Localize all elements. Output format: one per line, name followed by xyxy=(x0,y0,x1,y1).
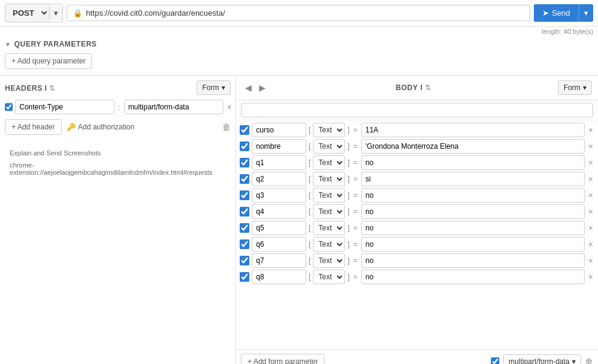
method-select-group: POST ▾ xyxy=(5,4,63,22)
body-row-key[interactable] xyxy=(252,172,306,186)
multipart-button[interactable]: multipart/form-data ▾ xyxy=(503,354,581,364)
body-row: [ TextFile ] = × xyxy=(240,188,594,203)
header-row-content-type: : × xyxy=(5,100,231,114)
body-row-value[interactable] xyxy=(361,172,585,186)
extension-url[interactable]: chrome-extension://aejoelaojgembcahagimd… xyxy=(5,159,231,178)
method-select[interactable]: POST xyxy=(5,4,49,22)
body-row-type[interactable]: TextFile xyxy=(313,172,345,186)
remove-body-row-button[interactable]: × xyxy=(587,239,594,249)
add-header-button[interactable]: + Add header xyxy=(5,119,62,135)
equals-sign: = xyxy=(352,240,359,249)
headers-info-icon[interactable]: i xyxy=(45,84,47,93)
delete-headers-button[interactable]: 🗑 xyxy=(222,119,231,135)
remove-body-row-button[interactable]: × xyxy=(587,141,594,151)
header-value-content-type[interactable] xyxy=(124,100,223,114)
body-sort-icon[interactable]: ⇅ xyxy=(425,83,431,92)
headers-footer-buttons: + Add header 🔑 Add authorization 🗑 xyxy=(5,119,231,135)
equals-sign: = xyxy=(352,191,359,200)
body-top-input-area xyxy=(236,100,598,120)
body-row-type[interactable]: TextFile xyxy=(313,237,345,252)
body-row-value[interactable] xyxy=(361,123,585,137)
body-row-checkbox[interactable] xyxy=(240,239,249,249)
body-row-checkbox[interactable] xyxy=(240,272,249,282)
explain-send-label: Explain and Send Screenshots xyxy=(5,147,231,159)
body-panel-header: ◀ ▶ BODY i ⇅ Form ▾ xyxy=(236,76,598,100)
bracket-close: ] xyxy=(347,142,349,151)
body-row-key[interactable] xyxy=(252,188,306,203)
body-info-icon[interactable]: i xyxy=(420,83,422,92)
body-row-type[interactable]: TextFile xyxy=(313,204,345,219)
body-row-key[interactable] xyxy=(252,204,306,219)
query-params-header[interactable]: ▼ QUERY PARAMETERS xyxy=(5,40,593,48)
body-row-value[interactable] xyxy=(361,253,585,268)
body-row-checkbox[interactable] xyxy=(240,141,249,151)
body-top-input[interactable] xyxy=(241,103,593,117)
remove-body-row-button[interactable]: × xyxy=(587,174,594,184)
remove-body-row-button[interactable]: × xyxy=(587,158,594,167)
equals-sign: = xyxy=(352,142,359,151)
main-panels: HEADERS i ⇅ Form ▾ : × + Add header 🔑 Ad… xyxy=(0,76,598,364)
header-checkbox-content-type[interactable] xyxy=(5,102,13,112)
nav-right-button[interactable]: ▶ xyxy=(256,82,269,94)
header-key-content-type[interactable] xyxy=(15,100,114,114)
remove-body-row-button[interactable]: × xyxy=(587,190,594,200)
body-row-type[interactable]: TextFile xyxy=(313,155,345,170)
body-row-checkbox[interactable] xyxy=(240,223,249,233)
remove-body-row-button[interactable]: × xyxy=(587,256,594,265)
headers-panel-header: HEADERS i ⇅ Form ▾ xyxy=(5,80,231,95)
body-row: [ TextFile ] = × xyxy=(240,204,594,219)
headers-format-button[interactable]: Form ▾ xyxy=(197,80,231,95)
body-row-type[interactable]: TextFile xyxy=(313,188,345,203)
body-row-value[interactable] xyxy=(361,221,585,235)
headers-sort-icon[interactable]: ⇅ xyxy=(49,84,55,93)
body-row-value[interactable] xyxy=(361,155,585,170)
body-row-checkbox[interactable] xyxy=(240,207,249,216)
method-dropdown-button[interactable]: ▾ xyxy=(49,5,62,21)
body-row-value[interactable] xyxy=(361,270,585,284)
delete-body-button[interactable]: 🗑 xyxy=(585,357,593,364)
add-authorization-button[interactable]: 🔑 Add authorization xyxy=(67,119,134,135)
send-button[interactable]: ➤ Send xyxy=(534,4,579,22)
body-title: BODY xyxy=(396,83,418,92)
nav-left-button[interactable]: ◀ xyxy=(242,82,255,94)
body-row-type[interactable]: TextFile xyxy=(313,139,345,154)
multipart-dropdown-icon: ▾ xyxy=(572,357,576,364)
remove-header-button[interactable]: × xyxy=(226,102,233,112)
body-row-key[interactable] xyxy=(252,253,306,268)
body-row-key[interactable] xyxy=(252,237,306,252)
body-row-checkbox[interactable] xyxy=(240,158,249,167)
body-row-type[interactable]: TextFile xyxy=(313,123,345,137)
body-row-key[interactable] xyxy=(252,221,306,235)
body-row-checkbox[interactable] xyxy=(240,256,249,265)
body-row-key[interactable] xyxy=(252,270,306,284)
multipart-checkbox[interactable] xyxy=(491,357,499,364)
body-row-value[interactable] xyxy=(361,204,585,219)
body-row-checkbox[interactable] xyxy=(240,125,249,135)
body-row-value[interactable] xyxy=(361,139,585,154)
body-title-group: BODY i ⇅ xyxy=(396,83,432,92)
send-dropdown-button[interactable]: ▾ xyxy=(579,4,593,22)
url-input[interactable] xyxy=(86,8,524,18)
body-row-checkbox[interactable] xyxy=(240,174,249,184)
body-row-checkbox[interactable] xyxy=(240,190,249,200)
bracket-open: [ xyxy=(309,126,310,134)
body-row: [ TextFile ] = × xyxy=(240,139,594,154)
body-row-type[interactable]: TextFile xyxy=(313,221,345,235)
body-row-type[interactable]: TextFile xyxy=(313,270,345,284)
add-query-param-button[interactable]: + Add query parameter xyxy=(5,53,92,69)
body-row: [ TextFile ] = × xyxy=(240,253,594,268)
body-row-key[interactable] xyxy=(252,155,306,170)
remove-body-row-button[interactable]: × xyxy=(587,125,594,135)
body-row-value[interactable] xyxy=(361,188,585,203)
remove-body-row-button[interactable]: × xyxy=(587,272,594,282)
add-form-param-button[interactable]: + Add form parameter xyxy=(241,354,324,364)
body-row: [ TextFile ] = × xyxy=(240,123,594,137)
body-row-key[interactable] xyxy=(252,123,306,137)
body-row-key[interactable] xyxy=(252,139,306,154)
remove-body-row-button[interactable]: × xyxy=(587,207,594,216)
body-row-type[interactable]: TextFile xyxy=(313,253,345,268)
remove-body-row-button[interactable]: × xyxy=(587,223,594,233)
headers-format-dropdown-icon: ▾ xyxy=(222,83,225,92)
body-format-button[interactable]: Form ▾ xyxy=(558,80,592,95)
body-row-value[interactable] xyxy=(361,237,585,252)
